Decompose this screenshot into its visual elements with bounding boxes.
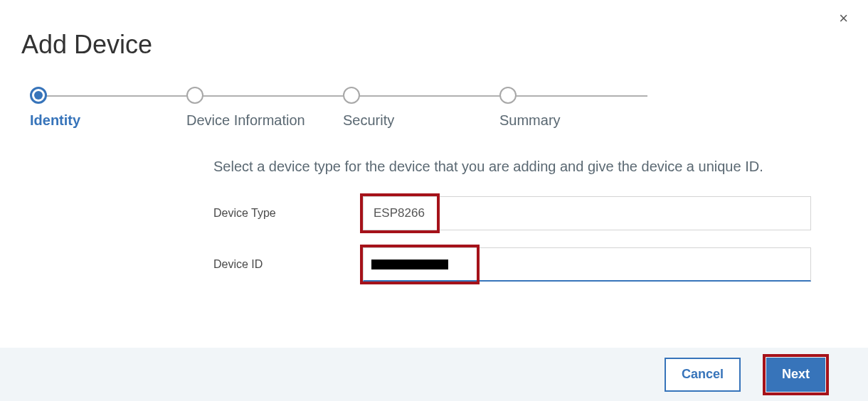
row-device-type: Device Type <box>213 196 811 230</box>
step-label: Summary <box>499 112 561 129</box>
step-label: Security <box>343 112 394 129</box>
step-summary[interactable]: Summary <box>499 87 656 129</box>
step-circle-icon <box>186 87 203 104</box>
dialog-footer: Cancel Next <box>0 348 868 401</box>
step-identity[interactable]: Identity <box>30 87 186 129</box>
next-button[interactable]: Next <box>766 358 825 392</box>
step-circle-icon <box>343 87 360 104</box>
step-label: Device Information <box>186 112 305 129</box>
step-device-information[interactable]: Device Information <box>186 87 343 129</box>
cancel-button[interactable]: Cancel <box>665 358 741 392</box>
page-title: Add Device <box>21 30 847 60</box>
step-security[interactable]: Security <box>343 87 499 129</box>
device-type-input[interactable] <box>363 196 811 230</box>
dialog-content: Add Device Identity Device Information S… <box>0 0 868 282</box>
step-circle-icon <box>30 87 47 104</box>
device-type-label: Device Type <box>213 207 363 220</box>
device-id-label: Device ID <box>213 258 363 271</box>
row-device-id: Device ID <box>213 247 811 282</box>
step-circle-icon <box>499 87 517 104</box>
form-instruction: Select a device type for the device that… <box>213 159 811 175</box>
step-label: Identity <box>30 112 80 129</box>
redacted-value <box>371 260 448 269</box>
stepper: Identity Device Information Security Sum… <box>30 87 656 129</box>
close-icon[interactable]: × <box>839 11 848 26</box>
form-area: Select a device type for the device that… <box>21 159 847 282</box>
